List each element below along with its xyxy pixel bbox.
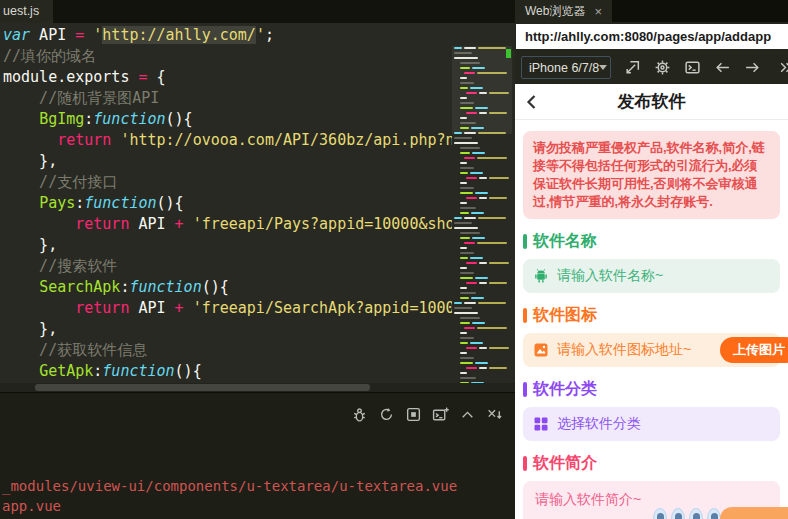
device-selector-value: iPhone 6/7/8 — [529, 61, 599, 75]
new-terminal-icon[interactable] — [432, 406, 449, 423]
console-icon[interactable] — [684, 59, 701, 76]
back-chevron-icon[interactable] — [523, 93, 541, 111]
url-input[interactable]: http://ahlly.com:8080/pages/app/addapp — [516, 24, 788, 49]
minimap-change-marker — [506, 49, 511, 58]
editor-tab-request-js[interactable]: uest.js — [0, 0, 53, 23]
back-arrow-icon[interactable] — [714, 59, 731, 76]
restart-icon[interactable] — [378, 406, 395, 423]
url-bar-row: http://ahlly.com:8080/pages/app/addapp — [515, 22, 788, 51]
section-title-app-icon: 软件图标 — [523, 307, 780, 323]
more-chevrons-icon[interactable] — [778, 59, 788, 76]
section-title-app-category: 软件分类 — [523, 381, 780, 397]
section-bar — [523, 308, 527, 323]
open-external-icon[interactable] — [624, 59, 641, 76]
debug-icon[interactable] — [351, 406, 368, 423]
hbuilderx-window: uest.js var API = 'http://ahlly.com/';//… — [0, 0, 788, 519]
captcha-chip — [707, 508, 721, 519]
close-icon[interactable]: × — [594, 5, 602, 18]
console-output: _modules/uview-ui/components/u-textarea/… — [2, 477, 457, 516]
page-title: 发布软件 — [515, 84, 788, 120]
console-output-line: _modules/uview-ui/components/u-textarea/… — [2, 477, 457, 497]
app-name-input[interactable]: 请输入软件名称~ — [523, 259, 780, 293]
app-icon-url-input[interactable]: 请输入软件图标地址~ 上传图片 — [523, 333, 780, 367]
stop-icon[interactable] — [405, 406, 422, 423]
section-title-text: 软件图标 — [533, 305, 597, 326]
forward-arrow-icon[interactable] — [744, 59, 761, 76]
app-name-placeholder: 请输入软件名称~ — [557, 267, 663, 285]
captcha-chip — [689, 508, 703, 519]
browser-preview-pane: Web浏览器 × http://ahlly.com:8080/pages/app… — [515, 0, 788, 519]
section-bar — [523, 382, 527, 397]
section-title-app-name: 软件名称 — [523, 233, 780, 249]
editor-pane: uest.js var API = 'http://ahlly.com/';//… — [0, 0, 515, 519]
horizontal-scrollbar-thumb[interactable] — [35, 384, 370, 391]
minimap[interactable] — [452, 46, 512, 383]
device-selector[interactable]: iPhone 6/7/8 — [521, 56, 611, 79]
minimap-slider[interactable] — [452, 46, 512, 134]
section-title-text: 软件名称 — [533, 231, 597, 252]
section-bar — [523, 234, 527, 249]
upload-image-button[interactable]: 上传图片 — [720, 337, 788, 363]
code-lines: var API = 'http://ahlly.com/';//填你的域名mod… — [0, 23, 515, 382]
app-icon-placeholder: 请输入软件图标地址~ — [557, 341, 691, 359]
console-output-line: app.vue — [2, 497, 457, 517]
editor-tabbar: uest.js — [0, 0, 515, 23]
app-intro-placeholder: 请输入软件简介~ — [535, 491, 641, 507]
grid-icon — [533, 416, 549, 432]
close-panel-icon[interactable] — [486, 406, 503, 423]
mobile-header: 发布软件 — [515, 84, 788, 120]
collapse-panel-icon[interactable] — [459, 406, 476, 423]
section-title-text: 软件简介 — [533, 453, 597, 474]
android-icon — [533, 268, 549, 284]
app-category-placeholder: 选择软件分类 — [557, 415, 641, 433]
section-title-text: 软件分类 — [533, 379, 597, 400]
cutoff-orange-button[interactable] — [720, 507, 788, 519]
browser-toolbar: iPhone 6/7/8 — [515, 51, 788, 84]
code-editor[interactable]: var API = 'http://ahlly.com/';//填你的域名mod… — [0, 23, 515, 383]
section-title-app-intro: 软件简介 — [523, 455, 780, 471]
captcha-chip — [671, 508, 685, 519]
console-toolbar — [351, 406, 503, 423]
settings-gear-icon[interactable] — [654, 59, 671, 76]
browser-tab[interactable]: Web浏览器 × — [515, 0, 612, 22]
mobile-page: 发布软件 请勿投稿严重侵权产品,软件名称,简介,链接等不得包括任何形式的引流行为… — [515, 84, 788, 519]
console-panel: _modules/uview-ui/components/u-textarea/… — [0, 392, 515, 519]
app-category-select[interactable]: 选择软件分类 — [523, 407, 780, 441]
image-icon — [533, 342, 549, 358]
browser-tab-label: Web浏览器 — [525, 3, 585, 20]
captcha-chip — [653, 508, 667, 519]
browser-tabbar: Web浏览器 × — [515, 0, 788, 22]
chevron-down-icon — [599, 65, 607, 70]
notice-banner: 请勿投稿严重侵权产品,软件名称,简介,链接等不得包括任何形式的引流行为,必须保证… — [523, 131, 780, 219]
horizontal-scrollbar[interactable] — [0, 383, 515, 392]
section-bar — [523, 456, 527, 471]
